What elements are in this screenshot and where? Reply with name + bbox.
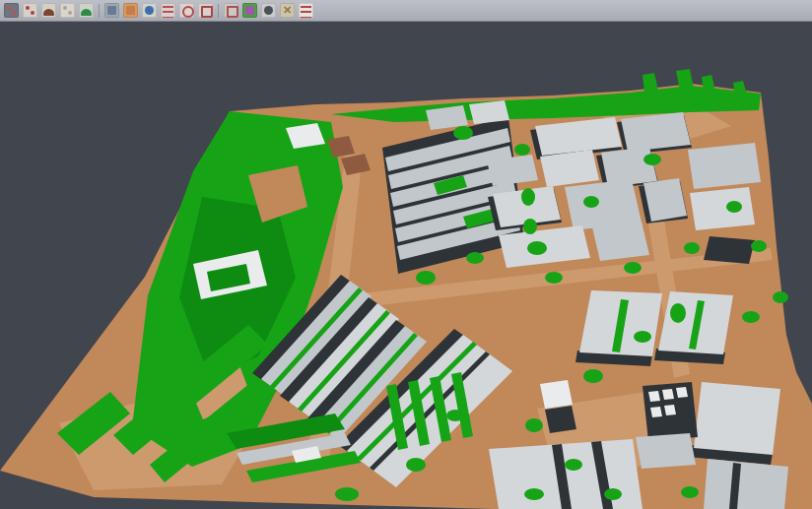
scene-veg-patch [702, 75, 715, 93]
extent-brackets-icon-glyph [201, 6, 213, 18]
layer-bars-icon-glyph [301, 6, 311, 18]
scene-veg-patch [514, 144, 530, 156]
scene-shadow-patch [545, 406, 576, 433]
toolbar-button-layer-bars[interactable] [297, 2, 315, 20]
scene-roof-patch [592, 222, 649, 261]
clip-box-icon [224, 3, 238, 18]
scene-veg-patch [583, 196, 599, 208]
toolbar-separator [97, 3, 102, 19]
scene-roof-patch [565, 179, 642, 230]
scene-white-patch [540, 380, 573, 409]
scene-white-patch [676, 387, 688, 398]
scene-veg-patch [643, 73, 658, 93]
scene-veg-patch [733, 81, 747, 96]
profile-view-icon-glyph [107, 6, 116, 15]
clip-box-icon-glyph [227, 6, 238, 18]
toolbar-button-target[interactable] [177, 2, 196, 20]
scene-veg-patch [521, 188, 535, 206]
ground-layer-icon-glyph [126, 6, 135, 15]
toolbar-separator [216, 3, 221, 19]
toolbar-button-ground-layer[interactable] [121, 2, 140, 20]
scene-veg-patch [453, 126, 473, 140]
scene-white-patch [662, 389, 674, 400]
list-icon-glyph [163, 6, 173, 18]
sphere-icon [261, 3, 276, 18]
toolbar-button-point-grid[interactable] [58, 2, 77, 20]
layer-bars-icon [299, 3, 313, 18]
ground-layer-icon [123, 3, 138, 18]
scene-veg-patch [524, 488, 544, 500]
scene-roof2-patch [694, 382, 780, 455]
toolbar-button-profile-view[interactable] [102, 2, 121, 20]
scene-veg-patch [527, 241, 547, 255]
scene-roof2-patch [469, 100, 509, 124]
toolbar-button-flag-marker[interactable] [2, 2, 21, 20]
scene-roof-patch [636, 433, 696, 469]
scene-veg-patch [624, 262, 642, 274]
scene-veg-patch [726, 201, 742, 213]
measure-cross-icon-glyph: ✕ [280, 3, 295, 18]
target-icon [179, 3, 194, 18]
toolbar-icons: ✕ [2, 2, 315, 20]
sphere-icon-glyph [264, 6, 273, 15]
scene-veg-patch [446, 410, 464, 421]
scene-white-patch [650, 407, 662, 417]
toolbar-button-terrain-mound[interactable] [39, 2, 58, 20]
scene-veg-patch [523, 219, 537, 234]
toolbar-button-extent-brackets[interactable] [196, 2, 215, 20]
scene-veg-patch [681, 486, 699, 498]
app-window: ✕ [0, 0, 812, 509]
toolbar-button-vegetation-surface[interactable] [77, 2, 96, 20]
scene-veg-patch [335, 487, 359, 501]
classify-points-icon [23, 3, 37, 18]
scene-veg-patch [525, 418, 543, 432]
scene-veg-patch [466, 252, 484, 264]
scene-veg-patch [773, 291, 788, 303]
point-grid-icon [60, 3, 75, 18]
terrain-mound-icon [41, 3, 56, 18]
scene-white-patch [664, 405, 676, 415]
scene-veg-patch [751, 240, 767, 252]
vegetation-surface-icon [79, 3, 94, 18]
toolbar-button-measure-cross[interactable]: ✕ [278, 2, 297, 20]
scene-white-patch [648, 391, 660, 402]
target-icon-glyph [182, 6, 194, 18]
terrain-mound-icon-glyph [43, 9, 54, 16]
scene-veg-patch [565, 459, 582, 471]
scene-veg-patch [545, 272, 563, 284]
profile-view-icon [104, 3, 119, 18]
scene-veg-patch [742, 311, 760, 323]
scene-veg-patch [684, 242, 700, 254]
toolbar-button-clip-box[interactable] [222, 2, 240, 20]
flag-marker-icon-glyph [4, 3, 19, 18]
scene-shadow-patch [704, 236, 755, 264]
scene-veg-patch [643, 154, 661, 165]
classification-map-icon [242, 3, 257, 18]
flag-marker-icon [4, 3, 19, 18]
scene-roof-patch [688, 143, 761, 189]
scene-roof-patch [704, 459, 788, 509]
globe-icon-glyph [145, 6, 154, 15]
globe-icon [142, 3, 157, 18]
scene-veg-patch [604, 488, 622, 500]
classify-points-icon-glyph [23, 3, 37, 18]
scene-veg-patch [416, 271, 436, 285]
list-icon [161, 3, 175, 18]
toolbar-button-classify-points[interactable] [21, 2, 39, 20]
scene-veg-patch [583, 369, 603, 383]
scene-roof2-patch [690, 187, 755, 230]
toolbar-button-globe[interactable] [140, 2, 159, 20]
vegetation-surface-icon-glyph [81, 9, 92, 16]
measure-cross-icon: ✕ [280, 3, 295, 18]
toolbar-button-sphere[interactable] [259, 2, 278, 20]
toolbar-button-classification-map[interactable] [240, 2, 259, 20]
point-cloud-scene[interactable] [0, 0, 812, 509]
toolbar-button-list[interactable] [159, 2, 177, 20]
scene-veg-patch [634, 331, 651, 343]
extent-brackets-icon [198, 3, 213, 18]
classification-map-icon-glyph [245, 6, 254, 15]
point-grid-icon-glyph [60, 3, 75, 18]
scene-roof-patch [621, 112, 691, 152]
scene-veg-patch [406, 458, 426, 472]
toolbar: ✕ [0, 0, 812, 22]
